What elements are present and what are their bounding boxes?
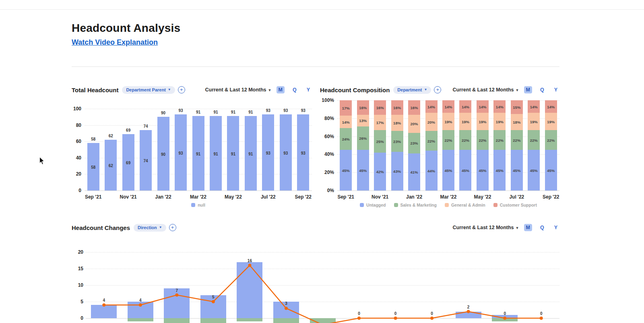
segment-percent-label: 45% <box>462 168 469 172</box>
segment-percent-label: 14% <box>342 120 350 124</box>
gridline <box>337 190 559 191</box>
time-range-label: Current & Last 12 Months <box>452 225 514 230</box>
segment-percent-label: 19% <box>530 119 538 124</box>
bar-value-label: 62 <box>109 134 113 138</box>
pill-label: Department <box>397 87 422 92</box>
legend-swatch-general-admin <box>445 203 449 207</box>
line-point[interactable] <box>139 303 142 306</box>
x-axis-tick: Mar '22 <box>440 194 457 200</box>
legend-item: Untagged <box>360 203 386 207</box>
x-axis-tick: Jan '22 <box>406 194 422 200</box>
chevron-down-icon: ▼ <box>159 226 162 229</box>
bar-inner-label: 62 <box>109 164 113 168</box>
time-range-dropdown[interactable]: Current & Last 12 Months▼ <box>452 87 519 93</box>
bar-value-label: 91 <box>231 110 235 114</box>
segment-percent-label: 42% <box>376 169 384 174</box>
y-axis-tick: 60 <box>66 139 81 144</box>
bar-inner-label: 93 <box>178 151 183 155</box>
gridline <box>85 109 312 109</box>
line-point[interactable] <box>467 310 470 313</box>
time-range-dropdown[interactable]: Current & Last 12 Months▼ <box>205 87 271 93</box>
point-value-label: 4 <box>103 298 105 302</box>
total-headcount-legend: null <box>85 203 312 207</box>
y-axis-tick: 40% <box>318 151 334 157</box>
x-axis-tick: May '22 <box>225 194 242 200</box>
dimension-pill-direction[interactable]: Direction▼ <box>134 224 166 232</box>
granularity-y-button[interactable]: Y <box>552 86 559 93</box>
point-value-label: 16 <box>248 259 252 263</box>
bar-inner-label: 91 <box>196 152 200 156</box>
segment-percent-label: 20% <box>411 122 418 126</box>
watch-video-link[interactable]: Watch Video Explanation <box>72 38 158 47</box>
segment-percent-label: 22% <box>530 138 538 142</box>
granularity-q-button[interactable]: Q <box>291 86 299 93</box>
point-value-label: 7 <box>176 288 178 293</box>
mouse-cursor <box>39 157 45 167</box>
bar-inner-label: 91 <box>231 152 235 156</box>
line-point[interactable] <box>285 306 288 310</box>
chart-title-headcount-composition: Headcount Composition <box>320 87 390 93</box>
add-dimension-button[interactable]: + <box>169 224 176 231</box>
legend-label: Sales & Marketing <box>400 203 437 207</box>
bar-value-label: 58 <box>91 137 95 141</box>
x-axis-tick: Nov '21 <box>372 194 388 200</box>
headcount-changes-panel-header: Headcount Changes Direction▼ + Current &… <box>72 223 559 232</box>
segment-percent-label: 23% <box>393 139 401 143</box>
dimension-pill-department-parent[interactable]: Department Parent▼ <box>122 86 175 94</box>
legend-item: Customer Support <box>493 203 537 207</box>
legend-label: Customer Support <box>500 203 537 207</box>
add-dimension-button[interactable]: + <box>434 86 441 93</box>
bar-inner-label: 93 <box>266 151 270 155</box>
line-point[interactable] <box>357 317 361 320</box>
point-value-label: 0 <box>504 311 506 316</box>
segment-percent-label: 19% <box>479 119 486 124</box>
x-axis-tick: Mar '22 <box>190 194 206 200</box>
y-axis-tick: 20% <box>318 170 334 175</box>
segment-percent-label: 24% <box>342 137 350 141</box>
legend-label: General & Admin <box>451 203 485 207</box>
chart-title-headcount-changes: Headcount Changes <box>72 224 130 231</box>
time-range-label: Current & Last 12 Months <box>452 87 514 93</box>
point-value-label: 0 <box>431 311 433 316</box>
total-headcount-panel-header: Total Headcount Department Parent▼ + Cur… <box>72 85 312 95</box>
page-title: Headcount Analysis <box>72 22 180 35</box>
point-value-label: 0 <box>394 311 397 316</box>
dimension-pill-department[interactable]: Department▼ <box>393 86 431 94</box>
bar-value-label: 93 <box>283 108 288 113</box>
point-value-label: 5 <box>212 295 215 299</box>
granularity-q-button[interactable]: Q <box>538 86 546 93</box>
segment-percent-label: 14% <box>530 104 538 109</box>
segment-percent-label: 14% <box>462 104 469 109</box>
granularity-m-button[interactable]: M <box>524 86 532 93</box>
granularity-q-button[interactable]: Q <box>538 224 546 231</box>
headcount-changes-chart: 051015204475163000200 <box>86 244 559 323</box>
line-point[interactable] <box>394 317 397 320</box>
granularity-m-button[interactable]: M <box>524 224 532 231</box>
granularity-y-button[interactable]: Y <box>305 86 312 93</box>
segment-percent-label: 44% <box>427 168 435 173</box>
legend-item: null <box>191 203 205 207</box>
time-range-dropdown[interactable]: Current & Last 12 Months▼ <box>452 225 519 230</box>
segment-percent-label: 16% <box>393 105 401 110</box>
line-point[interactable] <box>102 303 105 306</box>
bar-inner-label: 93 <box>301 151 305 155</box>
segment-percent-label: 13% <box>359 118 367 123</box>
x-axis-tick: Sep '21 <box>85 194 102 200</box>
line-point[interactable] <box>540 317 543 320</box>
legend-swatch-customer-support <box>493 203 497 207</box>
line-point[interactable] <box>248 264 251 267</box>
point-value-label: 2 <box>467 305 470 309</box>
y-axis-tick: 100% <box>318 97 334 103</box>
line-point[interactable] <box>175 294 178 297</box>
line-point[interactable] <box>503 317 506 320</box>
point-value-label: 3 <box>285 301 287 306</box>
granularity-y-button[interactable]: Y <box>552 224 559 231</box>
y-axis-tick: 100 <box>66 106 81 112</box>
line-point[interactable] <box>212 300 215 303</box>
bar-inner-label: 91 <box>213 152 218 156</box>
add-dimension-button[interactable]: + <box>178 86 185 93</box>
segment-percent-label: 15% <box>513 105 520 109</box>
granularity-m-button[interactable]: M <box>277 86 285 93</box>
x-axis-tick: Jul '22 <box>261 194 276 200</box>
line-point[interactable] <box>430 317 433 320</box>
